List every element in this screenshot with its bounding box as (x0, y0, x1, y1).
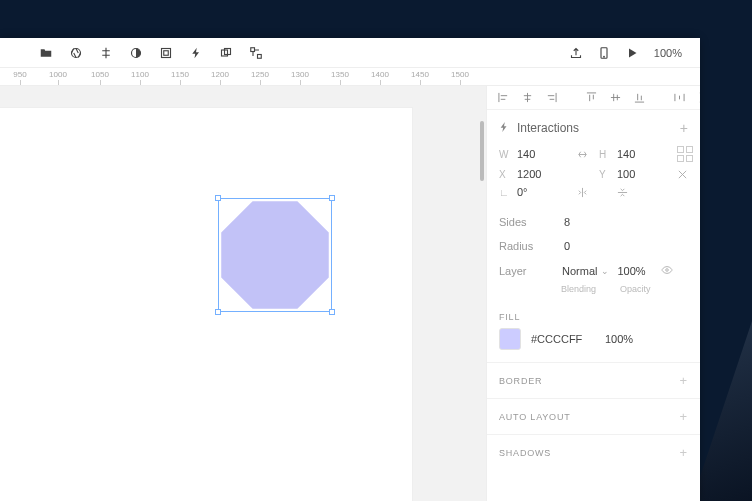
position-lock-icon[interactable] (677, 169, 699, 180)
top-toolbar: 100% (0, 38, 700, 68)
canvas-scrollbar[interactable] (480, 121, 484, 181)
svg-rect-2 (162, 48, 171, 57)
resize-handle-bottom-left[interactable] (215, 309, 221, 315)
sides-row: Sides (487, 210, 700, 234)
fill-row (487, 328, 700, 362)
resize-handle-bottom-right[interactable] (329, 309, 335, 315)
layer-row: Layer Normal ⌄ (487, 258, 700, 284)
frame-icon[interactable] (160, 47, 172, 59)
flip-h-icon[interactable] (577, 187, 593, 198)
align-bottom-icon[interactable] (633, 92, 645, 104)
inspector-panel: Interactions + W H X Y ∟ (486, 86, 700, 501)
sides-input[interactable] (564, 216, 612, 228)
blending-sublabel: Blending (561, 284, 596, 294)
rotation-label: ∟ (499, 187, 511, 198)
layers-icon[interactable] (220, 47, 232, 59)
device-icon[interactable] (598, 47, 610, 59)
distribute-h-icon[interactable] (673, 92, 685, 104)
radius-label: Radius (499, 240, 554, 252)
resize-handle-top-right[interactable] (329, 195, 335, 201)
shadows-panel-label: SHADOWS (499, 448, 551, 458)
rotation-input[interactable] (517, 186, 565, 198)
layer-label: Layer (499, 265, 554, 277)
lightning-icon[interactable] (190, 47, 202, 59)
height-input[interactable] (617, 148, 665, 160)
svg-rect-6 (251, 47, 255, 51)
svg-point-10 (666, 269, 669, 272)
sides-label: Sides (499, 216, 554, 228)
artboard[interactable] (0, 108, 412, 501)
align-center-h-icon[interactable] (521, 92, 533, 104)
y-label: Y (599, 169, 611, 180)
horizontal-ruler: 9501000105011001150120012501300135014001… (0, 68, 700, 86)
alignment-row (487, 86, 700, 110)
size-position-grid: W H X Y ∟ (487, 146, 700, 202)
play-icon[interactable] (626, 47, 638, 59)
canvas[interactable] (0, 86, 486, 501)
align-center-v-icon[interactable] (609, 92, 621, 104)
svg-point-9 (603, 56, 604, 57)
layer-opacity-input[interactable] (617, 265, 653, 277)
constrain-proportions-icon[interactable] (577, 149, 593, 160)
shadows-panel-header[interactable]: SHADOWS + (487, 434, 700, 470)
autolayout-panel-label: AUTO LAYOUT (499, 412, 570, 422)
zoom-level[interactable]: 100% (654, 47, 682, 59)
constraints-grid-icon[interactable] (677, 146, 693, 162)
add-shadow-button[interactable]: + (680, 445, 688, 460)
align-top-icon[interactable] (585, 92, 597, 104)
flip-v-icon[interactable] (617, 187, 628, 198)
radius-row: Radius (487, 234, 700, 258)
border-panel-header[interactable]: BORDER + (487, 362, 700, 398)
border-panel-label: BORDER (499, 376, 542, 386)
opacity-sublabel: Opacity (620, 284, 651, 294)
export-icon[interactable] (570, 47, 582, 59)
add-interaction-button[interactable]: + (680, 120, 688, 136)
chevron-down-icon: ⌄ (601, 266, 609, 276)
interactions-label: Interactions (517, 121, 579, 135)
fill-section-label: FILL (487, 302, 700, 328)
contrast-icon[interactable] (130, 47, 142, 59)
align-left-icon[interactable] (497, 92, 509, 104)
add-autolayout-button[interactable]: + (680, 409, 688, 424)
add-border-button[interactable]: + (680, 373, 688, 388)
width-label: W (499, 149, 511, 160)
svg-rect-3 (164, 50, 169, 55)
fill-hex-input[interactable] (531, 333, 595, 345)
resize-handle-top-left[interactable] (215, 195, 221, 201)
x-input[interactable] (517, 168, 565, 180)
fill-color-swatch[interactable] (499, 328, 521, 350)
x-label: X (499, 169, 511, 180)
components-icon[interactable] (250, 47, 262, 59)
autolayout-panel-header[interactable]: AUTO LAYOUT + (487, 398, 700, 434)
y-input[interactable] (617, 168, 665, 180)
interactions-section-header: Interactions + (487, 110, 700, 146)
svg-rect-7 (258, 54, 262, 58)
desktop-background-mountain (692, 321, 752, 501)
distribute-v-icon[interactable] (697, 92, 700, 104)
blend-mode-dropdown[interactable]: Normal ⌄ (562, 265, 609, 277)
align-right-icon[interactable] (545, 92, 557, 104)
height-label: H (599, 149, 611, 160)
interactions-lightning-icon (499, 121, 509, 135)
selection-box[interactable] (218, 198, 332, 312)
radius-input[interactable] (564, 240, 612, 252)
visibility-toggle-icon[interactable] (661, 264, 673, 278)
aperture-icon[interactable] (70, 47, 82, 59)
align-center-vertical-icon[interactable] (100, 47, 112, 59)
octagon-shape[interactable] (219, 199, 331, 311)
width-input[interactable] (517, 148, 565, 160)
design-app-window: 100% 95010001050110011501200125013001350… (0, 38, 700, 501)
folder-icon[interactable] (40, 47, 52, 59)
blend-mode-value: Normal (562, 265, 597, 277)
fill-opacity-input[interactable] (605, 333, 641, 345)
